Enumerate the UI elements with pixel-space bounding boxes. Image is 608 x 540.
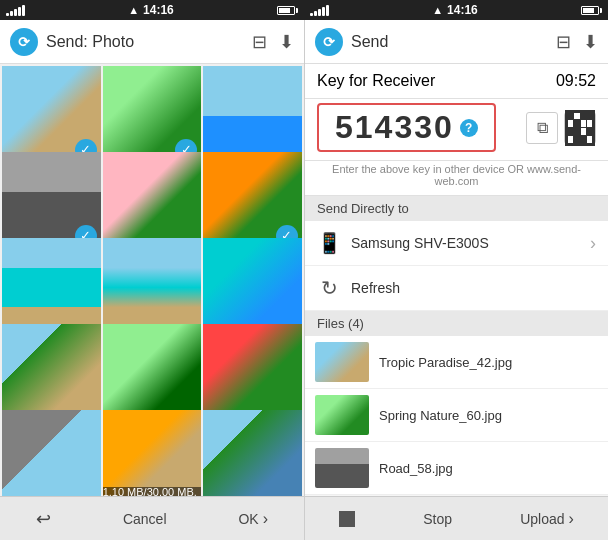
- refresh-item[interactable]: ↻ Refresh: [305, 266, 608, 311]
- status-bar: ▲ 14:16 ▲ 14:16: [0, 0, 608, 20]
- photo-cell-9[interactable]: [203, 238, 302, 337]
- device-arrow-icon: ›: [590, 233, 596, 254]
- file-name-2: Spring Nature_60.jpg: [379, 408, 502, 423]
- photo-cell-2[interactable]: ✓: [103, 66, 202, 165]
- device-item[interactable]: 📱 Samsung SHV-E300S ›: [305, 221, 608, 266]
- file-thumb-2: [315, 395, 369, 435]
- ok-label: OK: [238, 511, 258, 527]
- wifi-icon-left: ▲: [128, 4, 139, 16]
- upload-arrow-icon: ›: [569, 510, 574, 528]
- left-header: ⟳ Send: Photo ⊟ ⬇: [0, 20, 304, 64]
- photo-cell-6[interactable]: ✓: [203, 152, 302, 251]
- file-status-overlay: 1.10 MB/30.00 MB, 4/10 Files: [103, 487, 202, 496]
- key-section-header: Key for Receiver 09:52: [305, 64, 608, 99]
- refresh-label: Refresh: [351, 280, 596, 296]
- file-name-3: Road_58.jpg: [379, 461, 453, 476]
- phone-icon: 📱: [317, 231, 341, 255]
- file-name-1: Tropic Paradise_42.jpg: [379, 355, 512, 370]
- left-bottom-nav: ↩ Cancel OK ›: [0, 496, 304, 540]
- app-logo-left: ⟳: [10, 28, 38, 56]
- wifi-icon-right: ▲: [432, 4, 443, 16]
- file-item-1: Tropic Paradise_42.jpg: [305, 336, 608, 389]
- battery-left: [277, 6, 298, 15]
- monitor-icon-left[interactable]: ⊟: [252, 31, 267, 53]
- photo-cell-15[interactable]: [203, 410, 302, 496]
- file-thumb-1: [315, 342, 369, 382]
- file-thumb-3: [315, 448, 369, 488]
- file-item-3: Road_58.jpg: [305, 442, 608, 495]
- photo-cell-5[interactable]: [103, 152, 202, 251]
- help-icon[interactable]: ?: [460, 119, 478, 137]
- files-section-header: Files (4): [305, 311, 608, 336]
- app-logo-right: ⟳: [315, 28, 343, 56]
- copy-icon[interactable]: ⧉: [526, 112, 558, 144]
- ok-button[interactable]: OK ›: [228, 504, 278, 534]
- upload-label: Upload: [520, 511, 564, 527]
- signal-icon-left: [6, 4, 25, 16]
- photo-cell-1[interactable]: ✓: [2, 66, 101, 165]
- key-number-box: 514330 ?: [317, 103, 496, 152]
- photo-cell-13[interactable]: [2, 410, 101, 496]
- key-number: 514330: [335, 109, 454, 146]
- photo-cell-12[interactable]: [203, 324, 302, 423]
- photo-cell-11[interactable]: [103, 324, 202, 423]
- signal-icon-right: [310, 4, 329, 16]
- photo-cell-4[interactable]: ✓: [2, 152, 101, 251]
- photo-cell-10[interactable]: [2, 324, 101, 423]
- left-panel-title: Send: Photo: [46, 33, 244, 51]
- photo-cell-14[interactable]: 1.10 MB/30.00 MB, 4/10 Files: [103, 410, 202, 496]
- photo-cell-3[interactable]: [203, 66, 302, 165]
- back-button[interactable]: ↩: [26, 502, 61, 536]
- time-left: 14:16: [143, 3, 174, 17]
- files-section: Files (4) Tropic Paradise_42.jpg Spring …: [305, 311, 608, 496]
- download-icon-right[interactable]: ⬇: [583, 31, 598, 53]
- right-header: ⟳ Send ⊟ ⬇: [305, 20, 608, 64]
- monitor-icon-right[interactable]: ⊟: [556, 31, 571, 53]
- right-bottom-nav: Stop Upload ›: [305, 496, 608, 540]
- upload-button[interactable]: Upload ›: [510, 504, 584, 534]
- refresh-icon: ↻: [317, 276, 341, 300]
- photo-cell-8[interactable]: [103, 238, 202, 337]
- download-icon-left[interactable]: ⬇: [279, 31, 294, 53]
- key-hint: Enter the above key in other device OR w…: [305, 161, 608, 196]
- photo-cell-7[interactable]: [2, 238, 101, 337]
- key-label: Key for Receiver: [317, 72, 435, 90]
- cancel-button[interactable]: Cancel: [113, 505, 177, 533]
- time-right: 14:16: [447, 3, 478, 17]
- right-panel-title: Send: [351, 33, 548, 51]
- stop-label: Stop: [423, 511, 452, 527]
- device-name: Samsung SHV-E300S: [351, 235, 580, 251]
- left-panel: ⟳ Send: Photo ⊟ ⬇ ✓ ✓ ✓: [0, 20, 304, 540]
- send-directly-header: Send Directly to: [305, 196, 608, 221]
- right-panel: ⟳ Send ⊟ ⬇ Key for Receiver 09:52 514330…: [305, 20, 608, 540]
- stop-square-button[interactable]: [329, 505, 365, 533]
- key-display-area: 514330 ? ⧉: [305, 99, 608, 161]
- ok-arrow-icon: ›: [263, 510, 268, 528]
- stop-button[interactable]: Stop: [413, 505, 462, 533]
- photo-grid: ✓ ✓ ✓ ✓: [0, 64, 304, 496]
- key-time: 09:52: [556, 72, 596, 90]
- back-icon: ↩: [36, 508, 51, 530]
- battery-right: [581, 6, 602, 15]
- stop-square-icon: [339, 511, 355, 527]
- file-item-2: Spring Nature_60.jpg: [305, 389, 608, 442]
- qr-code-icon[interactable]: [564, 112, 596, 144]
- cancel-label: Cancel: [123, 511, 167, 527]
